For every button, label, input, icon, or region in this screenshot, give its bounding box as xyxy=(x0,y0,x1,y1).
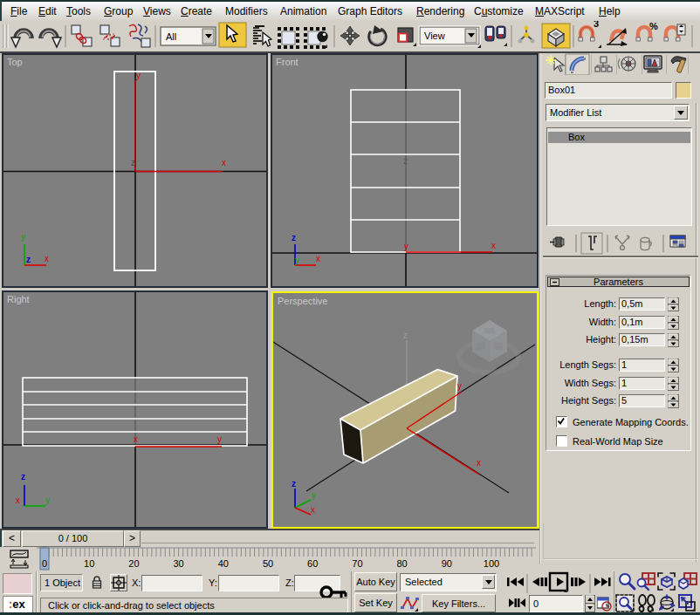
svg-text:y: y xyxy=(217,434,222,444)
svg-text:View: View xyxy=(424,31,445,41)
svg-text:50: 50 xyxy=(263,558,273,569)
svg-text:20: 20 xyxy=(128,558,139,569)
svg-text:40: 40 xyxy=(218,558,229,569)
svg-text:y: y xyxy=(295,256,299,265)
svg-text:y: y xyxy=(21,232,25,242)
svg-text:z: z xyxy=(292,479,296,489)
svg-text:%: % xyxy=(649,21,658,31)
svg-text:x: x xyxy=(316,254,320,263)
svg-text:30: 30 xyxy=(173,558,183,569)
svg-text:x: x xyxy=(311,505,315,515)
svg-text:y: y xyxy=(457,381,462,391)
svg-text:0: 0 xyxy=(42,558,47,569)
svg-text:z: z xyxy=(403,156,408,166)
svg-text:Perspective: Perspective xyxy=(278,296,327,306)
svg-text:10: 10 xyxy=(84,558,94,569)
svg-text:y: y xyxy=(45,495,50,505)
svg-text:Front: Front xyxy=(276,57,299,67)
svg-text:x: x xyxy=(477,458,481,468)
svg-text:Top: Top xyxy=(7,57,23,67)
svg-text:y: y xyxy=(312,490,316,500)
svg-text:y: y xyxy=(136,71,141,80)
svg-text:x: x xyxy=(491,241,496,250)
svg-text:x: x xyxy=(134,434,138,444)
svg-text:70: 70 xyxy=(352,558,362,569)
svg-text:y: y xyxy=(404,242,408,251)
svg-text:z: z xyxy=(21,472,25,482)
svg-text:All: All xyxy=(166,31,176,42)
svg-text:z: z xyxy=(292,233,296,243)
svg-text:90: 90 xyxy=(442,558,452,569)
svg-text:x: x xyxy=(16,495,20,505)
svg-text:z: z xyxy=(26,255,31,264)
svg-text:z: z xyxy=(403,331,408,340)
svg-text:80: 80 xyxy=(396,558,407,569)
svg-text:3: 3 xyxy=(594,21,599,29)
svg-text:60: 60 xyxy=(307,558,318,569)
svg-text:x: x xyxy=(45,254,49,263)
svg-text:x: x xyxy=(222,158,226,167)
svg-text:z: z xyxy=(131,158,135,167)
svg-text:100: 100 xyxy=(484,558,499,569)
svg-text:Right: Right xyxy=(7,294,30,304)
